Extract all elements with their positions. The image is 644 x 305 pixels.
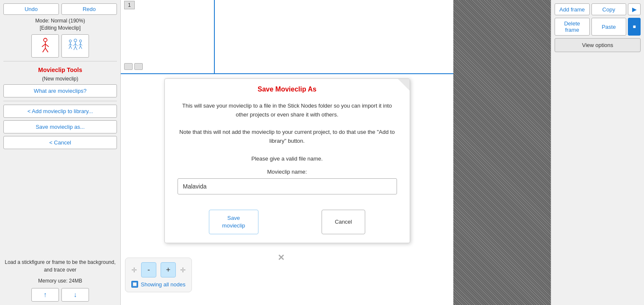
delete-frame-paste-row: Delete frame Paste ■ — [555, 18, 641, 36]
svg-line-17 — [75, 47, 77, 50]
mode-info: Mode: Normal (190%) [Editing Movieclip] — [3, 17, 117, 32]
main-area: 1 ✛ - + ✛ Showing all nodes — [121, 0, 453, 305]
svg-line-2 — [42, 44, 45, 47]
stop-icon: ■ — [633, 24, 636, 30]
single-figure-icon[interactable] — [31, 34, 59, 58]
figure-icons-row — [3, 34, 117, 58]
mode-line1: Mode: Normal (190%) — [3, 17, 117, 25]
add-frame-copy-row: Add frame Copy ▶ — [555, 3, 641, 15]
svg-line-4 — [42, 48, 45, 53]
timeline-cursor — [214, 0, 215, 73]
copy-button[interactable]: Copy — [591, 3, 627, 15]
svg-line-8 — [69, 44, 70, 45]
modal-description: This will save your movieclip to a file … — [178, 102, 397, 164]
svg-line-22 — [79, 46, 80, 49]
multi-figure-icon[interactable] — [61, 34, 89, 58]
mode-line2: [Editing Movieclip] — [3, 25, 117, 32]
view-options-button[interactable]: View options — [555, 38, 641, 52]
svg-line-3 — [45, 44, 49, 47]
undo-redo-row: Undo Redo — [3, 3, 117, 15]
arrow-buttons-row: ↑ ↓ — [3, 288, 117, 302]
svg-line-15 — [75, 44, 78, 46]
cancel-modal-button[interactable]: Cancel — [322, 210, 365, 234]
modal-desc3: Please give a valid file name. — [178, 155, 397, 164]
add-frame-button[interactable]: Add frame — [555, 3, 590, 15]
hatched-panel — [453, 0, 551, 305]
modal-name-label: Movieclip name: — [178, 169, 397, 175]
svg-line-14 — [73, 44, 75, 46]
svg-line-23 — [80, 46, 82, 49]
svg-point-6 — [69, 40, 71, 42]
right-sidebar: Add frame Copy ▶ Delete frame Paste ■ Vi… — [551, 0, 644, 305]
delete-frame-button[interactable]: Delete frame — [555, 18, 590, 36]
canvas-area[interactable]: ✛ - + ✛ Showing all nodes ✕ Save M — [121, 74, 453, 305]
movieclip-name-input[interactable] — [178, 178, 397, 194]
frame-number: 1 — [124, 1, 135, 9]
add-to-library-button[interactable]: < Add movieclip to library... — [3, 105, 117, 118]
modal-body: This will save your movieclip to a file … — [165, 97, 410, 203]
redo-button[interactable]: Redo — [61, 3, 117, 15]
svg-point-12 — [74, 39, 77, 42]
modal-desc2: Note that this will not add the moviecli… — [178, 128, 397, 146]
movieclip-tools-title: Movieclip Tools — [3, 67, 117, 73]
modal-corner-fold — [397, 79, 410, 92]
play-icon: ▶ — [632, 6, 637, 13]
modal-title: Save Movieclip As — [165, 79, 410, 97]
svg-line-11 — [70, 46, 72, 49]
svg-point-18 — [79, 40, 81, 42]
background-info-text: Load a stickfigure or frame to be the ba… — [3, 258, 117, 274]
what-are-movieclips-button[interactable]: What are movieclips? — [3, 84, 117, 97]
svg-line-10 — [69, 46, 70, 49]
movieclip-tools-subtitle: (New movieclip) — [3, 76, 117, 82]
svg-line-20 — [79, 44, 80, 45]
arrow-down-button[interactable]: ↓ — [61, 288, 89, 302]
modal-overlay: Save Movieclip As This will save your mo… — [121, 74, 453, 305]
stop-button[interactable]: ■ — [628, 18, 641, 36]
undo-button[interactable]: Undo — [3, 3, 59, 15]
timeline-icons — [124, 63, 143, 70]
play-button[interactable]: ▶ — [628, 3, 641, 15]
memory-info: Memory use: 24MB — [3, 278, 117, 284]
arrow-up-button[interactable]: ↑ — [31, 288, 59, 302]
svg-line-9 — [70, 44, 72, 45]
save-movieclip-modal: Save Movieclip As This will save your mo… — [164, 78, 410, 243]
save-movieclip-confirm-button[interactable]: Savemovieclip — [209, 210, 258, 234]
left-sidebar: Undo Redo Mode: Normal (190%) [Editing M… — [0, 0, 121, 305]
paste-button[interactable]: Paste — [591, 18, 627, 36]
timeline-icon-2 — [134, 63, 143, 70]
svg-line-21 — [80, 44, 82, 45]
save-movieclip-as-button[interactable]: Save movieclip as... — [3, 120, 117, 133]
modal-desc1: This will save your movieclip to a file … — [178, 102, 397, 119]
svg-point-0 — [44, 38, 47, 42]
timeline-icon-1 — [124, 63, 133, 70]
svg-line-5 — [45, 48, 48, 53]
modal-buttons: Savemovieclip Cancel — [165, 203, 410, 243]
svg-line-16 — [74, 47, 75, 50]
cancel-button[interactable]: < Cancel — [3, 136, 117, 149]
timeline-bar: 1 — [121, 0, 453, 74]
